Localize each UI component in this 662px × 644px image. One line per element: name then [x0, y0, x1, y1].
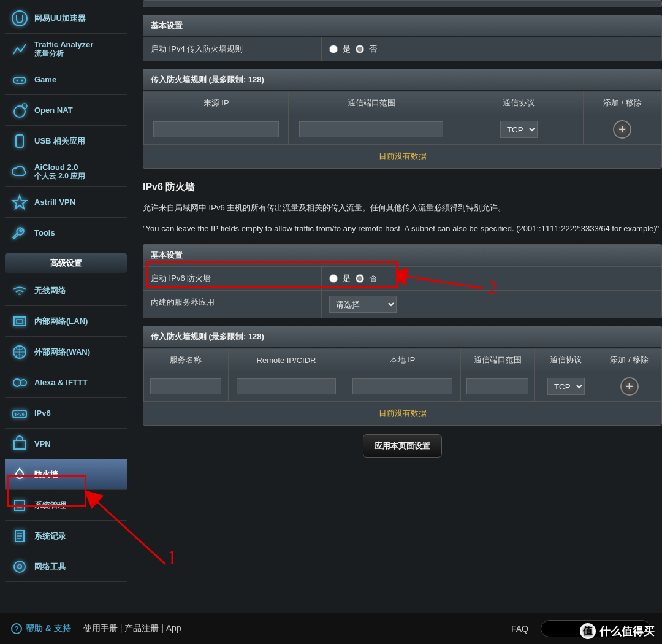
sidebar-item-lan[interactable]: 内部网络(LAN) [5, 306, 127, 337]
sidebar-label: AiCloud 2.0个人云 2.0 应用 [34, 163, 85, 181]
ipv4-enable-no[interactable] [356, 45, 364, 53]
svg-point-2 [17, 79, 18, 81]
sidebar-item-wan[interactable]: 外部网络(WAN) [5, 337, 127, 367]
register-link[interactable]: 产品注册 [124, 623, 159, 633]
sidebar-label: 内部网络(LAN) [34, 316, 88, 326]
ipv6-enable-no[interactable] [356, 274, 364, 283]
sidebar-label: Open NAT [34, 105, 73, 115]
col-service: 服务名称 [144, 348, 229, 372]
sidebar-label: VPN [34, 439, 51, 449]
sidebar-label: Alexa & IFTTT [34, 378, 88, 388]
sidebar-item-syslog[interactable]: 系统记录 [5, 521, 127, 551]
proto-select[interactable]: TCP [547, 378, 585, 395]
voice-icon [9, 372, 31, 394]
ipv4-basic-panel: 基本设置 启动 IPv4 传入防火墙规则 是 否 [143, 15, 662, 61]
sidebar-item-uu[interactable]: 网易UU加速器 [5, 3, 127, 34]
sidebar-item-nettools[interactable]: 网络工具 [5, 551, 127, 582]
sidebar-item-firewall[interactable]: 防火墙 [5, 459, 127, 490]
port-input[interactable] [466, 378, 528, 394]
sidebar-item-aicloud[interactable]: AiCloud 2.0个人云 2.0 应用 [5, 156, 127, 187]
panel-header: 基本设置 [143, 245, 661, 266]
admin-icon [9, 494, 31, 516]
star-icon [9, 191, 31, 213]
log-icon [9, 525, 31, 547]
ipv6-basic-panel: 基本设置 启动 IPv6 防火墙 是 否 内建的服务器应用 请选择 [143, 244, 662, 318]
ipv6-desc1: 允许来自局域网中 IPv6 主机的所有传出流量及相关的传入流量。任何其他传入流量… [143, 201, 662, 215]
panel-header: 传入防火墙规则 (最多限制: 128) [143, 69, 661, 91]
svg-text:?: ? [15, 625, 19, 632]
no-data-msg: 目前没有数据 [143, 144, 661, 168]
server-select[interactable]: 请选择 [329, 296, 397, 313]
sidebar-label: Traffic Analyzer流量分析 [34, 40, 93, 58]
sidebar-label: Tools [34, 228, 55, 238]
svg-rect-1 [13, 77, 26, 83]
sidebar-label: Game [34, 75, 56, 85]
port-input[interactable] [299, 121, 443, 137]
sidebar-item-vpn[interactable]: VPN [5, 429, 127, 459]
ipv4-rules-panel: 传入防火墙规则 (最多限制: 128) 来源 IP 通信端口范围 通信协议 添加… [143, 69, 662, 169]
ipv4-rules-table: 来源 IP 通信端口范围 通信协议 添加 / 移除 TCP + [143, 91, 661, 144]
ipv6-enable-yes[interactable] [329, 274, 338, 283]
sidebar-item-usb[interactable]: USB 相关应用 [5, 126, 127, 156]
ipv4-enable-label: 启动 IPv4 传入防火墙规则 [143, 37, 321, 61]
col-remote: Remote IP/CIDR [228, 348, 344, 372]
sidebar-label: 无线网络 [34, 286, 66, 296]
service-input[interactable] [150, 378, 221, 394]
ipv6-enable-label: 启动 IPv6 防火墙 [143, 267, 321, 290]
wifi-icon [9, 280, 31, 302]
sidebar-item-opennat[interactable]: Open NAT [5, 95, 127, 126]
faq-label: FAQ [511, 624, 528, 634]
usb-icon [9, 130, 31, 152]
sidebar-item-ipv6[interactable]: IPV6 IPv6 [5, 398, 127, 429]
help-icon: ? [11, 623, 22, 634]
apply-button[interactable]: 应用本页面设置 [363, 434, 442, 458]
watermark-badge: 值 [580, 623, 596, 639]
lan-icon [9, 310, 31, 332]
sidebar-label: 外部网络(WAN) [34, 347, 90, 357]
no-data-msg: 目前没有数据 [143, 401, 661, 425]
sidebar-label: 系统记录 [34, 531, 66, 541]
help-link[interactable]: ? 帮助 & 支持 [11, 623, 71, 634]
svg-point-3 [21, 79, 23, 81]
ipv6-rules-panel: 传入防火墙规则 (最多限制: 128) 服务名称 Remote IP/CIDR … [143, 326, 662, 426]
svg-text:IPV6: IPV6 [15, 412, 24, 416]
svg-rect-15 [14, 440, 25, 449]
panel-header: 基本设置 [143, 15, 661, 37]
col-proto: 通信协议 [535, 348, 598, 372]
sidebar-label: 防火墙 [34, 470, 58, 480]
manual-link[interactable]: 使用手册 [83, 623, 118, 633]
ipv6-desc2: "You can leave the IP fields empty to al… [143, 222, 662, 236]
table-row: TCP + [144, 115, 661, 144]
advanced-header: 高级设置 [5, 253, 127, 273]
col-proto: 通信协议 [454, 91, 584, 115]
sidebar-item-game[interactable]: Game [5, 64, 127, 95]
sidebar-item-alexa[interactable]: Alexa & IFTTT [5, 367, 127, 398]
proto-select[interactable]: TCP [500, 121, 538, 138]
footer: ? 帮助 & 支持 使用手册 | 产品注册 | App FAQ [0, 613, 662, 644]
sidebar-label: 网络工具 [34, 562, 66, 572]
uu-icon [9, 7, 31, 29]
sidebar-item-astrill[interactable]: Astrill VPN [5, 187, 127, 218]
src-ip-input[interactable] [153, 121, 279, 137]
add-rule-button[interactable]: + [620, 377, 639, 396]
svg-point-18 [14, 561, 25, 572]
col-port: 通信端口范围 [460, 348, 535, 372]
local-ip-input[interactable] [352, 378, 452, 394]
sidebar-label: Astrill VPN [34, 197, 75, 207]
sidebar-item-tools[interactable]: Tools [5, 218, 127, 248]
ipv4-enable-yes[interactable] [329, 45, 338, 53]
svg-rect-6 [16, 135, 23, 147]
add-rule-button[interactable]: + [613, 120, 631, 139]
app-link[interactable]: App [166, 623, 181, 633]
sidebar-label: 网易UU加速器 [34, 13, 86, 23]
ipv6-description: IPv6 防火墙 允许来自局域网中 IPv6 主机的所有传出流量及相关的传入流量… [143, 176, 662, 244]
ipv6-rules-table: 服务名称 Remote IP/CIDR 本地 IP 通信端口范围 通信协议 添加… [143, 348, 661, 401]
sidebar-item-wireless[interactable]: 无线网络 [5, 275, 127, 306]
ipv6-server-row: 内建的服务器应用 请选择 [143, 290, 661, 318]
remote-ip-input[interactable] [237, 378, 336, 394]
sidebar-item-traffic[interactable]: Traffic Analyzer流量分析 [5, 34, 127, 64]
svg-point-19 [18, 565, 21, 569]
sidebar: 网易UU加速器 Traffic Analyzer流量分析 Game Open N… [0, 0, 132, 613]
col-src: 来源 IP [144, 91, 289, 115]
sidebar-item-admin[interactable]: 系统管理 [5, 490, 127, 521]
